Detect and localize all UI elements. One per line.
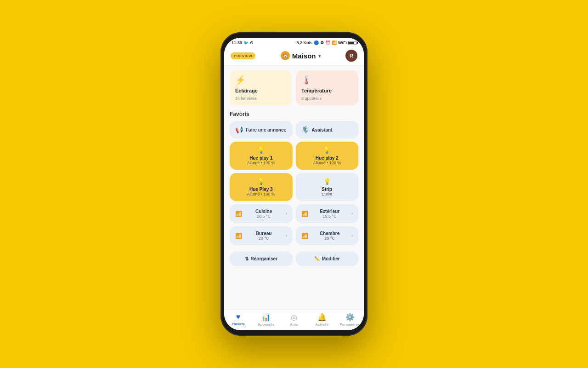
action-buttons-row: 📢 Faire une annonce 🎙️ Assistant bbox=[230, 121, 358, 138]
bureau-sensor[interactable]: 📶 Bureau 20 °C › bbox=[230, 226, 293, 245]
temp-icon: 🌡️ bbox=[301, 75, 353, 85]
sensor-row-1: 📶 Cuisine 20,5 °C › 📶 Extérieur 15, bbox=[230, 204, 358, 223]
chambre-temp: 20 °C bbox=[311, 236, 349, 241]
user-avatar[interactable]: R bbox=[345, 50, 357, 62]
assistant-button[interactable]: 🎙️ Assistant bbox=[296, 121, 359, 138]
announce-button[interactable]: 📢 Faire une annonce bbox=[230, 121, 293, 138]
favorites-section-title: Favoris bbox=[230, 111, 358, 117]
hue2-icon: 💡 bbox=[301, 146, 353, 154]
exterieur-chevron: › bbox=[351, 211, 353, 216]
edit-button[interactable]: ✏️ Modifier bbox=[296, 252, 359, 266]
home-name: Maison bbox=[292, 52, 316, 60]
nav-item-parametres[interactable]: ⚙️ Paramètres bbox=[336, 313, 364, 327]
cuisine-chevron: › bbox=[285, 211, 287, 216]
hue2-status: Allumé • 100 % bbox=[301, 161, 353, 165]
bottom-nav: ♥ Favoris 📊 Appareils ◎ Auto 🔔 Activité … bbox=[224, 310, 364, 330]
cuisine-wifi-icon: 📶 bbox=[235, 211, 242, 217]
reorganize-button[interactable]: ⇅ Réorganiser bbox=[230, 252, 293, 266]
nav-item-favorites[interactable]: ♥ Favoris bbox=[224, 313, 252, 327]
auto-nav-label: Auto bbox=[290, 322, 298, 327]
hue1-title: Hue play 1 bbox=[235, 155, 287, 161]
home-title-area[interactable]: 🏠 Maison ▾ bbox=[281, 51, 321, 60]
auto-nav-icon: ◎ bbox=[291, 313, 297, 322]
bureau-temp: 20 °C bbox=[245, 236, 283, 241]
temp-title: Température bbox=[301, 88, 353, 93]
sensor-row-2: 📶 Bureau 20 °C › 📶 Chambre 20 °C bbox=[230, 226, 358, 245]
announce-icon: 📢 bbox=[235, 126, 243, 133]
favorites-grid: 📢 Faire une annonce 🎙️ Assistant 💡 Hue p… bbox=[230, 121, 358, 266]
hue-row-1: 💡 Hue play 1 Allumé • 100 % 💡 Hue play 2… bbox=[230, 142, 358, 170]
nav-item-appareils[interactable]: 📊 Appareils bbox=[252, 313, 280, 327]
hue3-title: Hue Play 3 bbox=[235, 187, 287, 192]
exterieur-temp: 15,5 °C bbox=[311, 214, 349, 218]
bureau-chevron: › bbox=[285, 233, 287, 238]
activite-nav-icon: 🔔 bbox=[317, 313, 327, 322]
activite-nav-label: Activité bbox=[315, 322, 328, 327]
nav-item-auto[interactable]: ◎ Auto bbox=[280, 313, 308, 327]
preview-badge: PREVIEW bbox=[231, 52, 255, 59]
status-bar: 11:33 🐦 ⊙ 8,2 Ko/s 🔵 ⚙ ⏰ 📶 WiFi bbox=[224, 38, 364, 47]
chambre-info: Chambre 20 °C bbox=[311, 231, 349, 241]
cuisine-info: Cuisine 20,5 °C bbox=[245, 209, 283, 218]
parametres-nav-label: Paramètres bbox=[340, 322, 360, 327]
category-card-temp[interactable]: 🌡️ Température 8 appareils bbox=[296, 70, 358, 105]
strip-title: Strip bbox=[301, 187, 353, 192]
phone-frame: 11:33 🐦 ⊙ 8,2 Ko/s 🔵 ⚙ ⏰ 📶 WiFi bbox=[220, 32, 368, 336]
reorganize-label: Réorganiser bbox=[251, 256, 277, 261]
strip-icon: 💡 bbox=[301, 178, 353, 185]
hue-play-1-card[interactable]: 💡 Hue play 1 Allumé • 100 % bbox=[230, 142, 293, 170]
lighting-title: Éclairage bbox=[235, 88, 287, 93]
hue-play-3-card[interactable]: 💡 Hue Play 3 Allumé • 100 % bbox=[230, 173, 293, 201]
appareils-nav-label: Appareils bbox=[258, 322, 274, 327]
favorites-nav-icon: ♥ bbox=[236, 313, 241, 321]
announce-label: Faire une annonce bbox=[246, 127, 286, 132]
edit-label: Modifier bbox=[322, 256, 340, 261]
hue-row-2: 💡 Hue Play 3 Allumé • 100 % 💡 Strip Étei… bbox=[230, 173, 358, 201]
home-icon: 🏠 bbox=[281, 51, 290, 60]
scroll-content: ⚡ Éclairage 34 lumières 🌡️ Température 8… bbox=[224, 66, 364, 310]
battery-icon bbox=[348, 41, 356, 45]
chambre-sensor[interactable]: 📶 Chambre 20 °C › bbox=[296, 226, 359, 245]
lighting-icon: ⚡ bbox=[235, 75, 287, 85]
chambre-title: Chambre bbox=[311, 231, 349, 236]
app-header: PREVIEW 🏠 Maison ▾ R bbox=[224, 47, 364, 66]
edit-icon: ✏️ bbox=[314, 256, 320, 261]
assistant-icon: 🎙️ bbox=[301, 126, 309, 133]
hue3-icon: 💡 bbox=[235, 178, 287, 185]
category-card-lighting[interactable]: ⚡ Éclairage 34 lumières bbox=[230, 70, 292, 105]
strip-status: Éteint bbox=[301, 192, 353, 196]
chambre-chevron: › bbox=[351, 233, 353, 238]
chambre-wifi-icon: 📶 bbox=[301, 233, 308, 239]
exterieur-sensor[interactable]: 📶 Extérieur 15,5 °C › bbox=[296, 204, 359, 223]
hue3-status: Allumé • 100 % bbox=[235, 192, 287, 196]
exterieur-title: Extérieur bbox=[311, 209, 349, 214]
bureau-title: Bureau bbox=[245, 231, 283, 236]
hue2-title: Hue play 2 bbox=[301, 155, 353, 161]
exterieur-info: Extérieur 15,5 °C bbox=[311, 209, 349, 218]
hue1-icon: 💡 bbox=[235, 146, 287, 154]
reorganize-icon: ⇅ bbox=[245, 256, 249, 261]
cuisine-temp: 20,5 °C bbox=[245, 214, 283, 218]
lighting-subtitle: 34 lumières bbox=[235, 96, 287, 101]
bureau-info: Bureau 20 °C bbox=[245, 231, 283, 241]
assistant-label: Assistant bbox=[312, 127, 333, 132]
cuisine-sensor[interactable]: 📶 Cuisine 20,5 °C › bbox=[230, 204, 293, 223]
nav-item-activite[interactable]: 🔔 Activité bbox=[308, 313, 336, 327]
parametres-nav-icon: ⚙️ bbox=[345, 313, 355, 322]
cuisine-title: Cuisine bbox=[245, 209, 283, 214]
hue1-status: Allumé • 100 % bbox=[235, 161, 287, 165]
status-time: 11:33 bbox=[232, 40, 242, 45]
favorites-nav-label: Favoris bbox=[232, 322, 244, 326]
home-chevron: ▾ bbox=[318, 53, 321, 58]
appareils-nav-icon: 📊 bbox=[261, 313, 271, 322]
bureau-wifi-icon: 📶 bbox=[235, 233, 242, 239]
temp-subtitle: 8 appareils bbox=[301, 96, 353, 101]
exterieur-wifi-icon: 📶 bbox=[301, 211, 308, 217]
category-row: ⚡ Éclairage 34 lumières 🌡️ Température 8… bbox=[230, 70, 358, 105]
hue-play-2-card[interactable]: 💡 Hue play 2 Allumé • 100 % bbox=[296, 142, 359, 170]
data-speed: 8,2 Ko/s bbox=[297, 40, 313, 45]
reorganize-edit-row: ⇅ Réorganiser ✏️ Modifier bbox=[230, 252, 358, 266]
strip-card[interactable]: 💡 Strip Éteint bbox=[296, 173, 359, 201]
